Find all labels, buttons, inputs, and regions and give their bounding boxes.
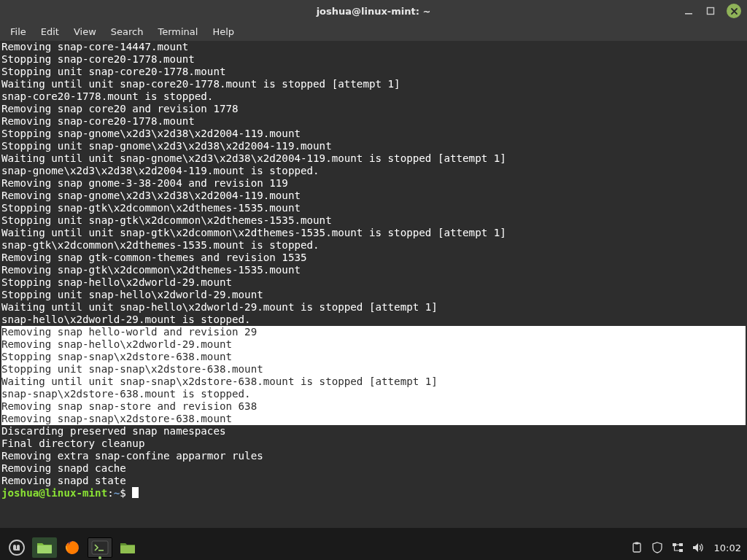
menu-search[interactable]: Search — [104, 24, 151, 39]
terminal-line: Removing snap core20 and revision 1778 — [1, 103, 746, 115]
prompt-user-host: joshua@linux-mint — [1, 487, 107, 499]
terminal-line: Removing snap gtk-common-themes and revi… — [1, 252, 746, 264]
svg-rect-10 — [673, 543, 676, 546]
terminal-line: Stopping snap-gtk\x2dcommon\x2dthemes-15… — [1, 202, 746, 214]
clock[interactable]: 10:02 — [714, 542, 741, 553]
network-icon[interactable] — [672, 542, 684, 553]
svg-rect-12 — [679, 543, 683, 546]
window-controls — [683, 4, 741, 18]
terminal-line: Stopping snap-gnome\x2d3\x2d38\x2d2004-1… — [1, 128, 746, 140]
menu-terminal[interactable]: Terminal — [150, 24, 205, 39]
terminal-output[interactable]: Removing snap-core-14447.mountStopping s… — [0, 41, 747, 528]
svg-rect-11 — [679, 549, 683, 552]
terminal-line: Removing snap-core-14447.mount — [1, 41, 746, 53]
terminal-line: Waiting until unit snap-gtk\x2dcommon\x2… — [1, 227, 746, 239]
terminal-line: Discarding preserved snap namespaces — [1, 425, 746, 438]
minimize-button[interactable] — [683, 5, 694, 17]
terminal-line: Removing extra snap-confine apparmor rul… — [1, 450, 746, 462]
terminal-line: Removing snap hello-world and revision 2… — [1, 326, 746, 338]
terminal-line: Removing snap-gtk\x2dcommon\x2dthemes-15… — [1, 264, 746, 276]
terminal-line: Stopping unit snap-hello\x2dworld-29.mou… — [1, 289, 746, 301]
terminal-line: Stopping snap-core20-1778.mount — [1, 53, 746, 66]
mint-menu-button[interactable] — [4, 537, 29, 558]
svg-rect-3 — [37, 545, 52, 553]
window-title: joshua@linux-mint: ~ — [0, 6, 747, 17]
svg-rect-7 — [120, 545, 135, 553]
volume-icon[interactable] — [692, 542, 705, 553]
terminal-line: Stopping snap-snap\x2dstore-638.mount — [1, 351, 746, 363]
terminal-line: Waiting until unit snap-snap\x2dstore-63… — [1, 376, 746, 388]
terminal-line: Stopping unit snap-core20-1778.mount — [1, 66, 746, 78]
terminal-line: Removing snap-core20-1778.mount — [1, 115, 746, 128]
svg-rect-5 — [92, 541, 108, 554]
terminal-line: Final directory cleanup — [1, 438, 746, 450]
shield-icon[interactable] — [651, 542, 663, 553]
running-indicator-icon — [98, 556, 101, 559]
terminal-line: Waiting until unit snap-hello\x2dworld-2… — [1, 301, 746, 314]
terminal-line: Removing snap snap-store and revision 63… — [1, 400, 746, 413]
terminal-line: snap-core20-1778.mount is stopped. — [1, 90, 746, 103]
svg-rect-1 — [708, 8, 714, 15]
menu-file[interactable]: File — [3, 24, 34, 39]
terminal-line: Stopping unit snap-snap\x2dstore-638.mou… — [1, 363, 746, 376]
terminal-line: snap-gtk\x2dcommon\x2dthemes-1535.mount … — [1, 239, 746, 252]
svg-rect-9 — [635, 542, 638, 545]
maximize-button[interactable] — [705, 5, 716, 17]
terminal-line: Stopping unit snap-gnome\x2d3\x2d38\x2d2… — [1, 140, 746, 152]
terminal-line: snap-snap\x2dstore-638.mount is stopped. — [1, 388, 746, 400]
menu-help[interactable]: Help — [205, 24, 241, 39]
terminal-line: snap-hello\x2dworld-29.mount is stopped. — [1, 314, 746, 326]
terminal-taskbar-item[interactable] — [88, 537, 112, 558]
menu-edit[interactable]: Edit — [34, 24, 66, 39]
terminal-line: Stopping unit snap-gtk\x2dcommon\x2dthem… — [1, 214, 746, 227]
panel: 10:02 — [0, 535, 747, 560]
terminal-line: Removing snapd cache — [1, 462, 746, 475]
files-launcher[interactable] — [32, 537, 57, 558]
terminal-line: Removing snap gnome-3-38-2004 and revisi… — [1, 177, 746, 190]
terminal-line: Waiting until unit snap-gnome\x2d3\x2d38… — [1, 152, 746, 165]
terminal-line: Waiting until unit snap-core20-1778.moun… — [1, 78, 746, 90]
menu-view[interactable]: View — [66, 24, 104, 39]
cursor-icon — [132, 487, 139, 498]
terminal-line: Stopping snap-hello\x2dworld-29.mount — [1, 276, 746, 289]
prompt-symbol: $ — [120, 487, 132, 499]
close-button[interactable] — [727, 4, 741, 18]
menubar: File Edit View Search Terminal Help — [0, 22, 747, 41]
system-tray: 10:02 — [631, 542, 743, 553]
terminal-line: Removing snapd state — [1, 475, 746, 487]
terminal-line: Removing snap-snap\x2dstore-638.mount — [1, 413, 746, 425]
titlebar: joshua@linux-mint: ~ — [0, 0, 747, 22]
firefox-launcher[interactable] — [60, 537, 85, 558]
desktop-gap — [0, 528, 747, 535]
terminal-line: Removing snap-gnome\x2d3\x2d38\x2d2004-1… — [1, 190, 746, 202]
terminal-line: Removing snap-hello\x2dworld-29.mount — [1, 338, 746, 351]
terminal-prompt[interactable]: joshua@linux-mint:~$ — [1, 487, 746, 499]
clipboard-icon[interactable] — [631, 542, 643, 553]
terminal-line: snap-gnome\x2d3\x2d38\x2d2004-119.mount … — [1, 165, 746, 177]
svg-rect-6 — [98, 550, 104, 551]
folder-launcher[interactable] — [115, 537, 140, 558]
svg-rect-8 — [633, 543, 640, 552]
svg-rect-0 — [685, 13, 692, 15]
